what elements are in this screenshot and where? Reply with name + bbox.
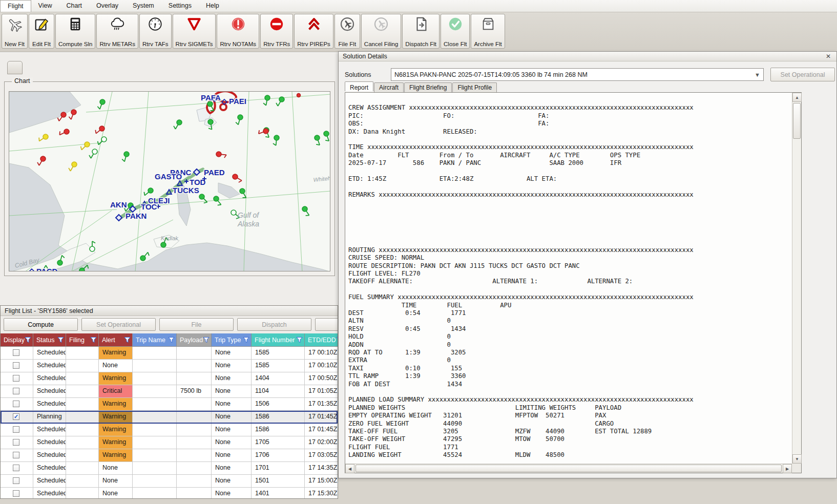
display-checkbox[interactable] [13,349,19,356]
table-row[interactable]: ScheduledCritical7500 lbNone110417 01:05… [1,385,338,398]
tab-aircraft[interactable]: Aircraft [374,82,404,92]
table-row[interactable]: ScheduledWarningNone140417 00:50Z [1,372,338,385]
map-canvas[interactable]: Cold BayGulf ofAlaskaWhitehorseKodiakPAN… [9,92,330,271]
toolbar-button-label: Rtrv TFRs [263,41,290,47]
flight-list-button-compute[interactable]: Compute [4,318,78,331]
table-row[interactable]: ScheduledNoneNone150117 15:00Z [1,475,338,488]
table-row[interactable]: ScheduledWarningNone150617 01:35Z [1,398,338,411]
menu-item-chart[interactable]: Chart [59,0,89,12]
menu-item-flight[interactable]: Flight [0,0,31,12]
tab-flight-briefing[interactable]: Flight Briefing [404,82,452,92]
vertical-scroll-thumb[interactable] [793,103,801,139]
flight-list-button-set-operational[interactable]: Set Operational [81,318,156,331]
toolbar-button-rtrv-tfrs[interactable]: Rtrv TFRs [260,14,293,49]
table-row[interactable]: ScheduledWarningNone158517 00:10Z [1,347,338,360]
vertical-scrollbar[interactable]: ▲ ▼ [792,93,801,464]
flight-list-button-show[interactable]: Show [315,318,338,331]
toolbar-button-compute-sln[interactable]: Compute Sln [55,14,95,49]
column-header-filing[interactable]: Filing [66,333,99,347]
horizontal-scroll-thumb[interactable] [355,465,782,472]
toolbar-button-new-flt[interactable]: New Flt [2,14,28,49]
display-checkbox[interactable] [13,401,19,407]
display-checkbox[interactable]: ✓ [13,413,19,420]
toolbar-button-label: Rtrv SIGMETs [176,41,213,47]
column-header-etd-edd[interactable]: ETD/EDD [305,333,338,347]
toolbar-button-close-flt[interactable]: Close Flt [441,14,470,49]
toolbar-button-edit-flt[interactable]: Edit Flt [29,14,54,49]
display-checkbox[interactable] [13,375,19,382]
table-row[interactable]: ✓PlanningWarningNone158617 01:45Z [1,411,338,424]
column-header-flight-number[interactable]: Flight Number [252,333,305,347]
menu-item-help[interactable]: Help [199,0,226,12]
cell-filing [66,475,99,488]
toolbar-button-file-flt[interactable]: File Flt [334,14,360,49]
set-operational-button[interactable]: Set Operational [770,68,835,81]
menu-item-system[interactable]: System [125,0,161,12]
display-checkbox-cell [1,488,33,499]
display-checkbox[interactable] [13,388,19,394]
cell-flight-number: 1104 [252,385,305,398]
display-checkbox-cell [1,436,33,449]
menu-item-settings[interactable]: Settings [161,0,199,12]
toolbar-button-rtrv-pireps[interactable]: Rtrv PIREPs [294,14,333,49]
cell-status: Scheduled [33,436,66,449]
waypoint-label: AKN [110,200,127,209]
cell-trip-type: None [212,436,252,449]
collapsed-panel-tab[interactable] [7,61,23,74]
column-header-payload[interactable]: Payload [177,333,212,347]
cell-status: Scheduled [33,372,66,385]
display-checkbox[interactable] [13,362,19,369]
solution-details-titlebar: Solution Details ✕ [339,52,836,61]
display-checkbox-cell [1,347,33,360]
horizontal-scrollbar[interactable]: ◀ ▶ [345,464,792,473]
display-checkbox[interactable] [13,477,19,484]
solutions-dropdown[interactable]: N681SA PAKN-PANC 2025-07-15T14:09:05 336… [391,68,764,81]
cell-etd-edd: 17 15:30Z [305,488,338,499]
display-checkbox[interactable] [13,426,19,433]
display-checkbox[interactable] [13,439,19,446]
cell-flight-number: 1585 [252,360,305,372]
toolbar-button-rtrv-sigmets[interactable]: Rtrv SIGMETs [173,14,216,49]
flight-list-button-file[interactable]: File [159,318,234,331]
toolbar-button-rtrv-notams[interactable]: Rtrv NOTAMs [217,14,259,49]
scroll-down-icon[interactable]: ▼ [792,454,802,464]
scroll-up-icon[interactable]: ▲ [792,93,802,102]
table-row[interactable]: ScheduledNoneNone140117 15:30Z [1,488,338,499]
toolbar-button-dispatch-flt[interactable]: Dispatch Flt [402,14,440,49]
display-checkbox[interactable] [13,465,19,471]
cell-flight-number: 1705 [252,436,305,449]
toolbar-button-rtrv-tafs[interactable]: Rtrv TAFs [139,14,172,49]
toolbar-button-cancel-filing[interactable]: Cancel Filing [361,14,401,49]
flight-list-button-dispatch[interactable]: Dispatch [237,318,311,331]
tab-flight-profile[interactable]: Flight Profile [452,82,497,92]
display-checkbox[interactable] [13,490,19,497]
cell-status: Scheduled [33,360,66,372]
table-row[interactable]: ScheduledNoneNone158517 00:10Z [1,360,338,372]
tab-report[interactable]: Report [345,81,373,91]
column-header-alert[interactable]: Alert [99,333,133,347]
close-icon[interactable]: ✕ [824,53,832,60]
column-header-trip-type[interactable]: Trip Type [212,333,252,347]
menu-item-overlay[interactable]: Overlay [89,0,125,12]
scroll-left-icon[interactable]: ◀ [345,464,354,473]
table-row[interactable]: ScheduledWarningNone170517 02:00Z [1,436,338,449]
table-row[interactable]: ScheduledNoneNone170117 14:35Z [1,462,338,475]
waypoint-label: PAEI [229,97,246,106]
display-checkbox-cell [1,360,33,372]
toolbar-button-archive-flt[interactable]: Archive Flt [471,14,505,49]
column-header-trip-name[interactable]: Trip Name [133,333,177,347]
cell-trip-name [133,360,177,372]
column-header-display[interactable]: Display [1,333,33,347]
alert-badge: None [99,462,133,475]
scroll-right-icon[interactable]: ▶ [783,464,792,473]
cell-flight-number: 1506 [252,398,305,411]
table-row[interactable]: ScheduledWarningNone158617 01:45Z [1,424,338,436]
column-header-status[interactable]: Status [33,333,66,347]
menu-item-view[interactable]: View [31,0,59,12]
table-row[interactable]: ScheduledWarningNone170617 03:05Z [1,449,338,462]
display-checkbox[interactable] [13,452,19,458]
alert-badge: Critical [99,385,133,398]
cell-trip-name [133,372,177,385]
map-container[interactable]: Cold BayGulf ofAlaskaWhitehorseKodiakPAN… [9,91,330,271]
toolbar-button-rtrv-metars[interactable]: Rtrv METARs [96,14,138,49]
